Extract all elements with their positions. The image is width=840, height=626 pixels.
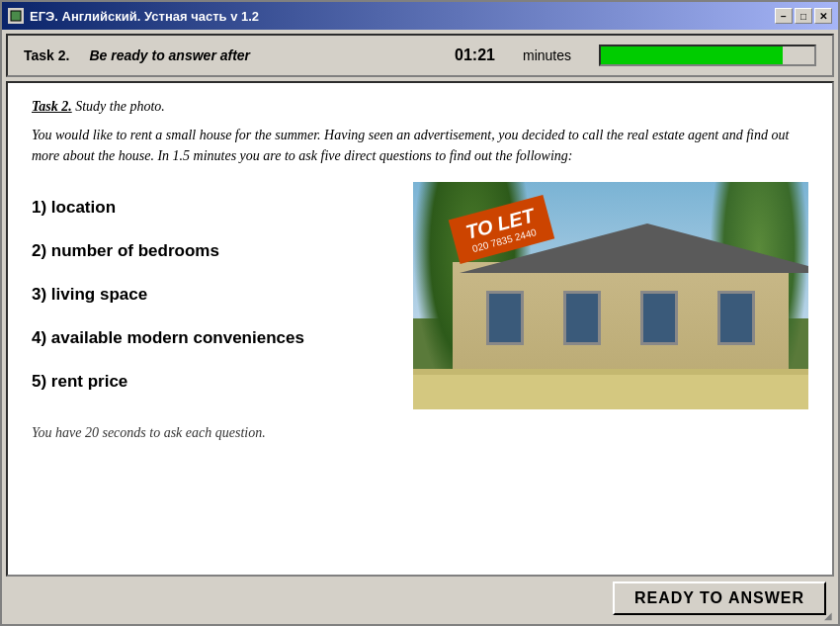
items-list: 1) location 2) number of bedrooms 3) liv… (32, 182, 393, 409)
item-number-2: 2) (32, 241, 51, 260)
svg-rect-0 (11, 11, 21, 21)
list-item: 4) available modern conveniences (32, 328, 393, 348)
house-image: TO LET 020 7835 2440 (413, 182, 808, 409)
minimize-button[interactable]: − (775, 8, 793, 24)
window-body: Task 2. Be ready to answer after 01:21 m… (2, 30, 838, 624)
window-pane (640, 291, 678, 345)
progress-fill (601, 46, 783, 64)
app-icon (8, 8, 24, 24)
item-text-5: rent price (51, 372, 127, 391)
progress-bar (599, 45, 816, 66)
main-section: 1) location 2) number of bedrooms 3) liv… (32, 182, 808, 409)
item-number-3: 3) (32, 285, 51, 304)
top-bar: Task 2. Be ready to answer after 01:21 m… (6, 34, 834, 77)
close-button[interactable]: ✕ (814, 8, 832, 24)
footer-note: You have 20 seconds to ask each question… (32, 425, 808, 441)
window-pane (486, 291, 524, 345)
fence (413, 369, 808, 409)
item-text-1: location (51, 198, 116, 217)
item-text-3: living space (51, 285, 147, 304)
house-windows-row (469, 291, 772, 345)
bottom-bar: READY TO ANSWER (6, 577, 834, 620)
task-heading-rest: Study the photo. (72, 99, 165, 114)
item-number-5: 5) (32, 372, 51, 391)
item-text-4: available modern conveniences (51, 328, 304, 347)
ready-to-answer-button[interactable]: READY TO ANSWER (613, 581, 826, 615)
list-item: 3) living space (32, 285, 393, 305)
task-description: You would like to rent a small house for… (32, 125, 808, 166)
window-pane (717, 291, 755, 345)
list-item: 2) number of bedrooms (32, 241, 393, 261)
task-heading: Task 2. Study the photo. (32, 99, 808, 115)
window-title: ЕГЭ. Английский. Устная часть v 1.2 (30, 9, 259, 24)
house-bg: TO LET 020 7835 2440 (413, 182, 808, 409)
content-area: Task 2. Study the photo. You would like … (6, 81, 834, 577)
title-bar-buttons: − □ ✕ (775, 8, 832, 24)
main-window: ЕГЭ. Английский. Устная часть v 1.2 − □ … (0, 0, 840, 626)
window-pane (563, 291, 601, 345)
ready-after-label: Be ready to answer after (89, 47, 250, 63)
list-item: 5) rent price (32, 372, 393, 392)
progress-empty (783, 46, 814, 64)
task-number-label: Task 2. (24, 47, 69, 63)
title-bar: ЕГЭ. Английский. Устная часть v 1.2 − □ … (2, 2, 838, 30)
task-heading-bold: Task 2. (32, 99, 72, 114)
timer-display: 01:21 (455, 46, 495, 64)
item-number-4: 4) (32, 328, 51, 347)
list-item: 1) location (32, 198, 393, 218)
minutes-label: minutes (523, 47, 571, 63)
title-bar-left: ЕГЭ. Английский. Устная часть v 1.2 (8, 8, 259, 24)
maximize-button[interactable]: □ (795, 8, 812, 24)
item-number-1: 1) (32, 198, 51, 217)
resize-handle[interactable]: ◢ (824, 610, 836, 622)
item-text-2: number of bedrooms (51, 241, 219, 260)
